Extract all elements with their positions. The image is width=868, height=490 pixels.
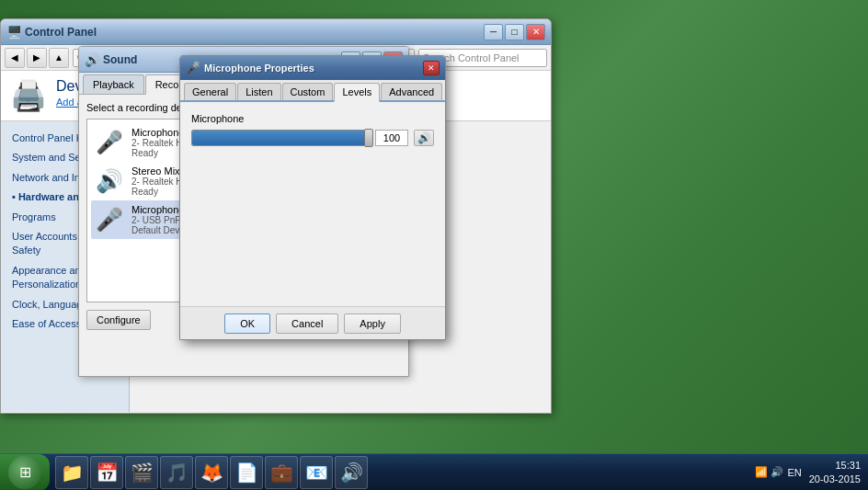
cp-window-icon: 🖥️ xyxy=(6,25,21,40)
mic-dialog-title: Microphone Properties xyxy=(204,63,423,74)
email-icon: 📧 xyxy=(305,462,328,484)
taskbar-icon-music[interactable]: 🎵 xyxy=(160,456,193,489)
media-icon: 🎬 xyxy=(131,462,154,484)
taskbar-items: 📁 📅 🎬 🎵 🦊 📄 💼 📧 xyxy=(53,454,748,490)
stereo-icon: 🔊 xyxy=(95,166,124,196)
volume-tray-icon: 🔊 xyxy=(771,466,783,478)
clock: 15:31 20-03-2015 xyxy=(809,459,861,485)
start-orb: ⊞ xyxy=(8,456,41,489)
slider-fill xyxy=(192,131,369,145)
taskbar-icon-media[interactable]: 🎬 xyxy=(125,456,158,489)
cancel-button[interactable]: Cancel xyxy=(276,313,338,334)
microphone-slider[interactable] xyxy=(191,130,370,146)
level-value: 100 xyxy=(375,130,408,146)
network-tray-icon: 📶 xyxy=(755,466,768,478)
mic-dialog-icon: 🎤 xyxy=(186,61,200,75)
explorer-icon: 📁 xyxy=(61,462,84,484)
dialog-footer: OK Cancel Apply xyxy=(180,306,445,339)
window-titlebar: 🖥️ Control Panel ─ □ ✕ xyxy=(1,19,551,45)
firefox-icon: 🦊 xyxy=(200,462,223,484)
clock-time: 15:31 xyxy=(809,459,861,472)
ok-button[interactable]: OK xyxy=(224,313,270,334)
slider-thumb[interactable] xyxy=(364,129,373,147)
system-tray: 📶 🔊 xyxy=(755,466,783,478)
mic-dialog-titlebar: 🎤 Microphone Properties ✕ xyxy=(180,56,445,80)
taskbar-icon-email[interactable]: 📧 xyxy=(300,456,333,489)
up-button[interactable]: ▲ xyxy=(49,48,69,68)
tab-levels[interactable]: Levels xyxy=(334,83,380,102)
cp-window-title: Control Panel xyxy=(25,26,484,39)
taskbar-icon-explorer[interactable]: 📁 xyxy=(55,456,88,489)
tab-listen[interactable]: Listen xyxy=(237,83,280,100)
music-icon: 🎵 xyxy=(166,462,188,484)
language-indicator: EN xyxy=(787,467,801,478)
sound-icon: 🔊 xyxy=(85,52,99,67)
nav-buttons: ◀ ▶ ▲ xyxy=(5,48,69,68)
page-header-icon: 🖨️ xyxy=(10,78,47,113)
mic-dialog-close-button[interactable]: ✕ xyxy=(423,61,440,75)
taskbar-icon-word[interactable]: 💼 xyxy=(265,456,298,489)
taskbar: ⊞ 📁 📅 🎬 🎵 🦊 📄 💼 xyxy=(0,453,868,490)
pdf-icon: 📄 xyxy=(235,462,258,484)
back-button[interactable]: ◀ xyxy=(5,48,25,68)
dialog-tabs: General Listen Custom Levels Advanced xyxy=(180,80,445,102)
tab-advanced[interactable]: Advanced xyxy=(381,83,442,100)
mic-properties-dialog: 🎤 Microphone Properties ✕ General Listen… xyxy=(179,55,446,340)
taskbar-icon-pdf[interactable]: 📄 xyxy=(230,456,263,489)
taskbar-icon-calendar[interactable]: 📅 xyxy=(90,456,123,489)
forward-button[interactable]: ▶ xyxy=(27,48,47,68)
sound-taskbar-icon: 🔊 xyxy=(340,462,363,484)
tab-general[interactable]: General xyxy=(184,83,236,100)
minimize-button[interactable]: ─ xyxy=(484,24,503,40)
desktop: 🖥️ Control Panel ─ □ ✕ ◀ ▶ ▲ Control Pan… xyxy=(0,0,868,490)
clock-date: 20-03-2015 xyxy=(809,473,861,485)
microphone-levels-label: Microphone xyxy=(191,113,434,124)
taskbar-icon-firefox[interactable]: 🦊 xyxy=(195,456,228,489)
taskbar-icon-sound[interactable]: 🔊 xyxy=(335,456,368,489)
maximize-button[interactable]: □ xyxy=(505,24,524,40)
levels-section: Microphone 100 🔊 xyxy=(191,113,434,146)
mute-button[interactable]: 🔊 xyxy=(414,130,434,146)
start-button[interactable]: ⊞ xyxy=(0,454,50,491)
dialog-content: Microphone 100 🔊 xyxy=(180,102,445,166)
levels-row: 100 🔊 xyxy=(191,130,434,146)
mic1-icon: 🎤 xyxy=(95,128,124,157)
tab-playback[interactable]: Playback xyxy=(83,74,144,94)
configure-button[interactable]: Configure xyxy=(86,310,151,330)
mic2-icon: 🎤 xyxy=(95,205,124,234)
tab-custom[interactable]: Custom xyxy=(282,83,334,100)
taskbar-right: 📶 🔊 EN 15:31 20-03-2015 xyxy=(748,454,868,490)
word-icon: 💼 xyxy=(270,462,293,484)
close-button[interactable]: ✕ xyxy=(526,24,545,40)
apply-button[interactable]: Apply xyxy=(344,313,401,334)
window-controls: ─ □ ✕ xyxy=(484,24,545,40)
calendar-icon: 📅 xyxy=(96,462,119,484)
